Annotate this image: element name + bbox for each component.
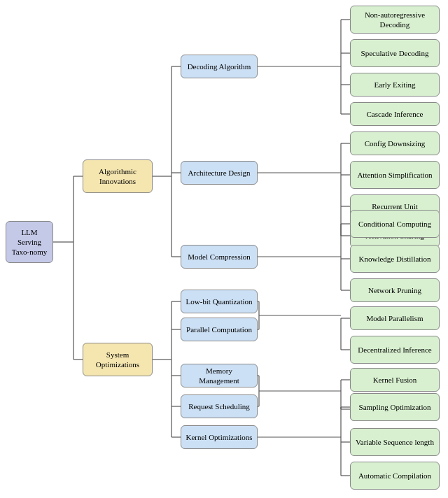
network-pruning-label: Network Pruning (368, 285, 421, 295)
system-optimizations-label: System Optimizations (88, 350, 148, 370)
memory-management-label: Memory Management (186, 366, 253, 386)
nar-decoding-label: Non-autoregressive Decoding (355, 10, 435, 30)
parallel-computation-label: Parallel Computation (186, 325, 252, 334)
nar-decoding-node: Non-autoregressive Decoding (350, 6, 440, 34)
decoding-algorithm-node: Decoding Algorithm (181, 55, 258, 78)
variable-sequence-node: Variable Sequence length (350, 428, 440, 456)
variable-sequence-label: Variable Sequence length (356, 437, 434, 447)
algo-innovations-label: Algorithmic Innovations (88, 166, 148, 187)
architecture-design-label: Architecture Design (188, 168, 251, 178)
model-parallelism-label: Model Parallelism (367, 313, 424, 323)
algo-innovations-node: Algorithmic Innovations (83, 159, 153, 193)
request-scheduling-node: Request Scheduling (181, 394, 258, 418)
conditional-computing-node: Conditional Computing (350, 210, 440, 238)
decentralized-inference-label: Decentralized Inference (358, 345, 431, 355)
speculative-decoding-node: Speculative Decoding (350, 39, 440, 67)
request-scheduling-label: Request Scheduling (188, 401, 250, 411)
attention-simplification-label: Attention Simplification (357, 170, 432, 180)
sampling-optimization-node: Sampling Optimization (350, 393, 440, 421)
automatic-compilation-node: Automatic Compilation (350, 462, 440, 490)
config-downsizing-label: Config Downsizing (365, 138, 425, 148)
kernel-optimizations-node: Kernel Optimizations (181, 425, 258, 449)
attention-simplification-node: Attention Simplification (350, 161, 440, 189)
diagram: LLM Serving Taxo-nomy Algorithmic Innova… (0, 0, 448, 498)
config-downsizing-node: Config Downsizing (350, 131, 440, 155)
parallel-computation-node: Parallel Computation (181, 318, 258, 341)
low-bit-quantization-label: Low-bit Quantization (186, 297, 252, 306)
knowledge-distillation-label: Knowledge Distillation (359, 254, 431, 264)
decentralized-inference-node: Decentralized Inference (350, 336, 440, 364)
model-compression-node: Model Compression (181, 245, 258, 269)
architecture-design-node: Architecture Design (181, 161, 258, 185)
kernel-fusion-node: Kernel Fusion (350, 368, 440, 392)
kernel-fusion-label: Kernel Fusion (373, 375, 417, 385)
root-node: LLM Serving Taxo-nomy (6, 221, 53, 263)
network-pruning-node: Network Pruning (350, 278, 440, 302)
system-optimizations-node: System Optimizations (83, 343, 153, 376)
kernel-optimizations-label: Kernel Optimizations (186, 432, 252, 442)
root-label: LLM Serving Taxo-nomy (10, 227, 48, 257)
decoding-algorithm-label: Decoding Algorithm (188, 62, 251, 71)
model-compression-label: Model Compression (188, 252, 251, 262)
low-bit-quantization-node: Low-bit Quantization (181, 290, 258, 313)
knowledge-distillation-node: Knowledge Distillation (350, 245, 440, 273)
cascade-inference-node: Cascade Inference (350, 102, 440, 126)
conditional-computing-label: Conditional Computing (358, 219, 431, 229)
model-parallelism-node: Model Parallelism (350, 306, 440, 330)
speculative-decoding-label: Speculative Decoding (361, 48, 429, 58)
early-exiting-node: Early Exiting (350, 73, 440, 97)
automatic-compilation-label: Automatic Compilation (358, 471, 431, 481)
sampling-optimization-label: Sampling Optimization (359, 402, 431, 412)
cascade-inference-label: Cascade Inference (367, 109, 424, 119)
early-exiting-label: Early Exiting (374, 80, 416, 90)
memory-management-node: Memory Management (181, 364, 258, 387)
